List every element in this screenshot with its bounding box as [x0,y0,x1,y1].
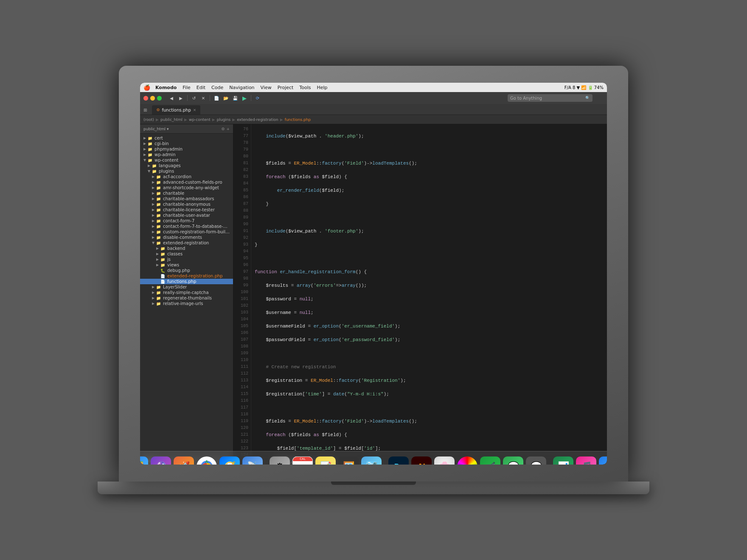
dock-system-prefs[interactable]: ⚙️ [270,456,290,465]
tree-item-functions-php[interactable]: ▶📄functions.php [140,279,233,284]
menu-help[interactable]: Help [317,85,327,90]
code-text[interactable]: include($view_path . 'header.php'); $fie… [251,124,607,465]
tree-item-charitable-ambassadors[interactable]: ▶📁charitable-ambassadors [140,196,233,202]
code-content: 7677787980 8182838485 8687888990 9192939… [233,124,607,465]
menu-edit[interactable]: Edit [197,85,205,90]
dock-siri[interactable]: 🔮 [151,456,171,465]
tree-item-phpmyadmin[interactable]: ▶📁phpmyadmin [140,146,233,152]
open-button[interactable]: 📂 [222,94,230,102]
ide-window: ◀ ▶ ↺ ✕ 📄 📂 💾 ▶ ⟳ Go to Anyt [140,92,607,465]
breadcrumb-public-html[interactable]: public_html [160,118,183,122]
tree-item-layerslider[interactable]: ▶📁LayerSlider [140,284,233,290]
dock-facetime[interactable]: 📹 [480,456,500,465]
search-placeholder: Go to Anything [510,96,585,101]
tree-item-backend[interactable]: ▶📁backend [140,246,233,251]
close-button[interactable] [143,96,148,101]
tree-item-js[interactable]: ▶📁js [140,257,233,262]
menu-view[interactable]: View [261,85,272,90]
tree-item-charitable[interactable]: ▶📁charitable [140,190,233,196]
tab-close-button[interactable]: × [193,108,197,112]
sidebar-header[interactable]: public_html ▾ ⚙ + [140,124,233,134]
tree-item-plugins[interactable]: ▼📁plugins [140,168,233,174]
menu-file[interactable]: File [183,85,190,90]
dock-safari[interactable]: 🧭 [219,456,240,465]
dock-itunes[interactable]: 🎵 [576,456,596,465]
toolbar-sep-2 [210,95,210,101]
tree-item-acf-accordion[interactable]: ▶📁acf-accordion [140,174,233,179]
breadcrumb-functions-php[interactable]: functions.php [285,118,311,122]
back-button[interactable]: ◀ [168,94,175,102]
dock-chrome[interactable] [197,456,217,465]
dock-photos2[interactable]: 🏞️ [361,456,382,465]
menu-navigation[interactable]: Navigation [229,85,254,90]
dock-finder[interactable]: 🗂️ [140,456,148,465]
run-button[interactable]: ▶ [241,94,248,102]
tree-item-languages[interactable]: ▶📁languages [140,163,233,168]
sidebar-plus-icon[interactable]: + [226,127,230,131]
sidebar-toggle[interactable]: ⊞ [142,105,149,115]
breadcrumb-wp-content[interactable]: wp-content [189,118,211,122]
menu-project[interactable]: Project [278,85,294,90]
tree-item-disable-comments[interactable]: ▶📁disable-comments [140,235,233,240]
tab-bar: ⊞ ⚙ functions.php × [140,104,607,115]
save-button[interactable]: 💾 [231,94,239,102]
tree-item-cgi-bin[interactable]: ▶📁cgi-bin [140,141,233,146]
search-icon: 🔍 [585,96,590,100]
stop-button[interactable]: ✕ [199,94,207,102]
dock-notes[interactable]: 📝 [315,456,336,465]
tree-item-wp-admin[interactable]: ▶📁wp-admin [140,152,233,157]
dock-photoshop[interactable]: Ps [388,456,409,465]
breadcrumb-extended-registration[interactable]: extended-registration [237,118,278,122]
dock-numbers[interactable]: 📊 [553,456,573,465]
tree-item-classes[interactable]: ▶📁classes [140,251,233,257]
dock-color-picker[interactable] [457,456,477,465]
forward-button[interactable]: ▶ [177,94,185,102]
tree-item-amr[interactable]: ▶📁amr-shortcode-any-widget [140,185,233,190]
tree-item-simple-captcha[interactable]: ▶📁really-simple-captcha [140,290,233,295]
dock-illustrator[interactable]: Ai [411,456,432,465]
sidebar-settings-icon[interactable]: ⚙ [221,127,225,131]
new-file-button[interactable]: 📄 [213,94,220,102]
goto-anything[interactable]: Go to Anything 🔍 [508,94,593,102]
sidebar-header-label: public_html ▾ [143,127,168,131]
minimize-button[interactable] [150,96,155,101]
tree-item-cert[interactable]: ▶📁cert [140,135,233,141]
dock-chats[interactable]: 🗨️ [526,456,546,465]
window-controls [143,96,162,101]
tree-item-relative-image-urls[interactable]: ▶📁relative-image-urls [140,301,233,306]
dock-calendar[interactable]: CAL 14 [292,456,313,465]
dock-launchpad[interactable]: 🚀 [174,456,194,465]
breadcrumb-root[interactable]: (root) [143,118,154,122]
tree-item-wp-content[interactable]: ▼📁wp-content [140,157,233,163]
menu-tools[interactable]: Tools [299,85,311,90]
menu-komodo[interactable]: Komodo [155,85,177,90]
tree-item-cf7[interactable]: ▶📁contact-form-7 [140,218,233,224]
tree-item-charitable-anonymous[interactable]: ▶📁charitable-anonymous [140,202,233,207]
refresh-button[interactable]: ↺ [190,94,198,102]
tree-item-extended-registration-php[interactable]: ▶📄extended-registration.php [140,273,233,279]
dock-messages[interactable]: 💬 [503,456,523,465]
maximize-button[interactable] [157,96,162,101]
tree-item-custom-reg[interactable]: ▶📁custom-registration-form-builder-with-… [140,229,233,235]
dock-appstore[interactable]: 🛒 [599,456,607,465]
tree-item-charitable-license[interactable]: ▶📁charitable-license-tester [140,207,233,213]
toolbar-sep-1 [187,95,188,101]
breadcrumb-plugins[interactable]: plugins [217,118,231,122]
tree-item-debug-php[interactable]: ▶🐛debug.php [140,268,233,273]
tree-item-cf7-db[interactable]: ▶📁contact-form-7-to-database-extension [140,224,233,229]
tree-item-views[interactable]: ▶📁views [140,262,233,268]
tree-item-regenerate-thumbnails[interactable]: ▶📁regenerate-thumbnails [140,295,233,301]
tab-functions-php[interactable]: ⚙ functions.php × [152,105,200,115]
menu-code[interactable]: Code [211,85,223,90]
dock-photos-app[interactable]: 🖼️ [338,456,359,465]
dock-unknown-app[interactable]: 🌸 [434,456,455,465]
screen-bezel: 🍎 Komodo File Edit Code Navigation View … [140,83,607,465]
tree-item-acf-pro[interactable]: ▶📁advanced-custom-fields-pro [140,179,233,185]
ide-titlebar: ◀ ▶ ↺ ✕ 📄 📂 💾 ▶ ⟳ Go to Anyt [140,92,607,104]
file-tree[interactable]: ▶📁cert ▶📁cgi-bin ▶📁phpmyadmin ▶📁wp-admin [140,134,233,455]
sync-button[interactable]: ⟳ [254,94,261,102]
tree-item-extended-registration[interactable]: ▼📁extended-registration [140,240,233,246]
dock-satellite[interactable]: 📡 [242,456,263,465]
apple-menu[interactable]: 🍎 [143,84,150,91]
tree-item-charitable-user-avatar[interactable]: ▶📁charitable-user-avatar [140,213,233,218]
